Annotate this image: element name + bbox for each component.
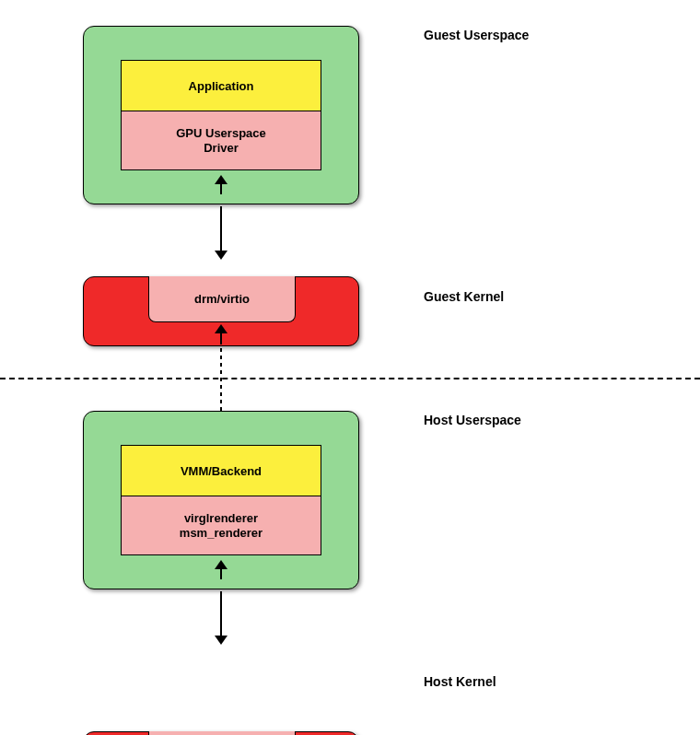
gpu-userspace-driver-box: GPU Userspace Driver xyxy=(121,111,321,170)
host-kernel-container: drm/msm xyxy=(83,731,359,735)
gpu-userspace-driver-label: GPU Userspace Driver xyxy=(176,126,266,155)
virgl-renderer-label: virglrenderer msm_renderer xyxy=(180,511,262,540)
arrow-down-icon xyxy=(215,636,228,645)
virgl-renderer-box: virglrenderer msm_renderer xyxy=(121,496,321,555)
dashed-connector xyxy=(220,348,222,411)
vmm-backend-box: VMM/Backend xyxy=(121,445,321,496)
guest-kernel-label: Guest Kernel xyxy=(424,289,504,304)
arrow-down-icon xyxy=(215,251,228,260)
host-userspace-label: Host Userspace xyxy=(424,413,521,427)
vmm-backend-label: VMM/Backend xyxy=(181,464,262,478)
arrow-segment xyxy=(220,568,222,579)
drm-virtio-box: drm/virtio xyxy=(148,276,296,322)
drm-msm-box: drm/msm xyxy=(148,731,296,735)
arrow-up-icon xyxy=(215,324,228,333)
application-box: Application xyxy=(121,60,321,111)
guest-userspace-label: Guest Userspace xyxy=(424,28,529,42)
host-kernel-label: Host Kernel xyxy=(424,674,496,689)
arrow-segment xyxy=(220,206,222,252)
application-label: Application xyxy=(189,79,254,93)
arrow-segment xyxy=(220,333,222,344)
guest-host-divider xyxy=(0,378,700,379)
arrow-segment xyxy=(220,183,222,194)
drm-virtio-label: drm/virtio xyxy=(194,292,250,306)
arrow-segment xyxy=(220,591,222,637)
